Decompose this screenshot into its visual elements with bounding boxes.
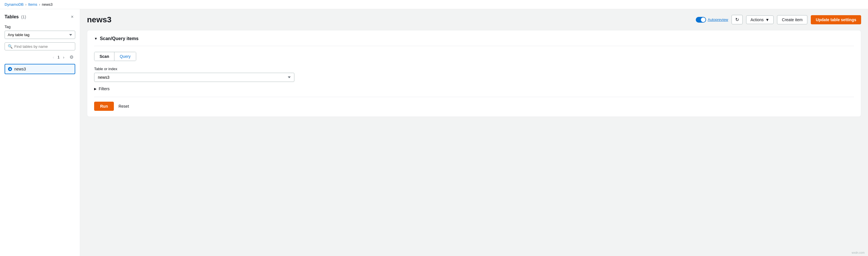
watermark: wxdn.com: [852, 251, 865, 254]
create-item-button[interactable]: Create item: [777, 15, 807, 24]
refresh-button[interactable]: ↻: [732, 15, 743, 24]
scan-panel-title: Scan/Query items: [100, 36, 138, 41]
table-index-select[interactable]: news3: [94, 73, 294, 82]
search-input[interactable]: [14, 45, 72, 49]
tag-select[interactable]: Any table tag: [5, 31, 75, 39]
action-row: Run Reset: [94, 102, 854, 111]
filters-expand-icon: ▶: [94, 87, 96, 91]
collapse-icon[interactable]: ▼: [94, 37, 98, 41]
main-layout: Tables (1) × Tag Any table tag 🔍 ‹ 1 › ⚙…: [0, 9, 868, 256]
table-index-label: Table or index: [94, 67, 854, 71]
tab-scan[interactable]: Scan: [94, 52, 115, 61]
actions-button[interactable]: Actions ▼: [746, 16, 774, 24]
sidebar-header: Tables (1) ×: [5, 14, 75, 20]
scan-panel-header: ▼ Scan/Query items: [94, 36, 854, 46]
table-radio: [8, 67, 12, 71]
sidebar-close-button[interactable]: ×: [69, 14, 75, 20]
tag-label: Tag: [5, 25, 75, 29]
content-header: news3 Autopreview ↻ Actions ▼ Create ite…: [87, 15, 861, 24]
autopreview-label[interactable]: Autopreview: [708, 18, 728, 22]
filters-label: Filters: [99, 86, 110, 91]
sidebar-count: (1): [21, 15, 26, 19]
autopreview-toggle[interactable]: Autopreview: [696, 17, 728, 23]
pagination-next[interactable]: ›: [61, 54, 66, 60]
breadcrumb-sep-2: ›: [39, 3, 40, 7]
breadcrumb-items[interactable]: Items: [28, 2, 37, 7]
actions-chevron-icon: ▼: [765, 18, 769, 22]
pagination-settings-button[interactable]: ⚙: [68, 54, 75, 60]
content-area: news3 Autopreview ↻ Actions ▼ Create ite…: [80, 9, 868, 256]
pagination: ‹ 1 › ⚙: [5, 54, 75, 60]
toggle-switch[interactable]: [696, 17, 706, 23]
table-list-item[interactable]: news3: [5, 64, 75, 74]
search-icon: 🔍: [8, 44, 12, 49]
tab-query[interactable]: Query: [115, 52, 135, 61]
header-actions: Autopreview ↻ Actions ▼ Create item Upda…: [696, 15, 861, 24]
filters-row[interactable]: ▶ Filters: [94, 86, 854, 91]
reset-button[interactable]: Reset: [117, 102, 130, 111]
sidebar-title-text: Tables: [5, 14, 19, 19]
actions-label: Actions: [750, 18, 764, 22]
sidebar: Tables (1) × Tag Any table tag 🔍 ‹ 1 › ⚙…: [0, 9, 80, 256]
breadcrumb-dynamodb[interactable]: DynamoDB: [5, 2, 24, 7]
scan-query-tabs: Scan Query: [94, 52, 136, 61]
breadcrumb: DynamoDB › Items › news3: [0, 0, 868, 9]
toggle-knob: [701, 18, 706, 22]
run-button[interactable]: Run: [94, 102, 114, 111]
scan-panel: ▼ Scan/Query items Scan Query Table or i…: [87, 30, 861, 117]
breadcrumb-current: news3: [42, 2, 53, 7]
table-radio-inner: [9, 68, 11, 70]
pagination-current: 1: [58, 55, 60, 59]
breadcrumb-sep-1: ›: [25, 3, 26, 7]
sidebar-title: Tables (1): [5, 14, 26, 20]
pagination-prev[interactable]: ‹: [51, 54, 56, 60]
divider: [94, 97, 854, 97]
page-title: news3: [87, 15, 112, 24]
table-name: news3: [14, 67, 26, 71]
search-box: 🔍: [5, 42, 75, 50]
update-settings-button[interactable]: Update table settings: [811, 15, 861, 24]
